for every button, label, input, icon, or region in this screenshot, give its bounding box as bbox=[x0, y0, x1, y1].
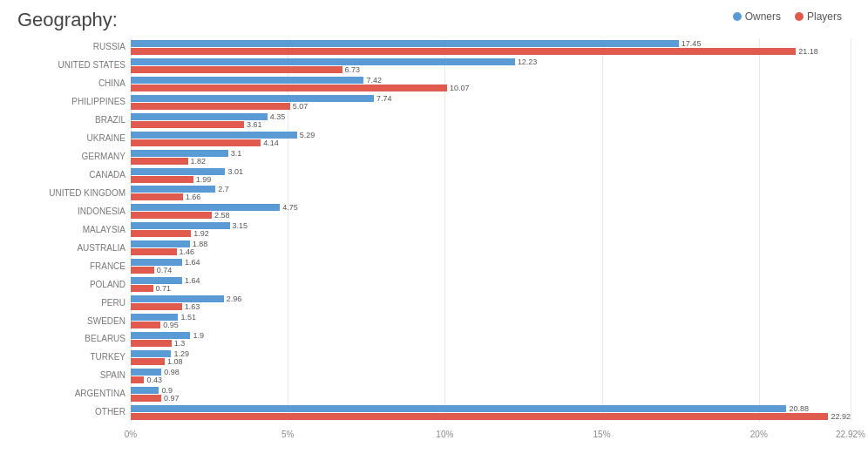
owners-value: 12.23 bbox=[518, 58, 538, 66]
owners-bar-line: 1.51 bbox=[131, 314, 851, 321]
players-value: 1.3 bbox=[174, 339, 186, 348]
players-bar-line: 4.14 bbox=[131, 139, 851, 146]
y-label: ARGENTINA bbox=[17, 389, 131, 398]
chart-area: RUSSIAUNITED STATESCHINAPHILIPPINESBRAZI… bbox=[17, 38, 851, 439]
players-value: 1.92 bbox=[193, 229, 209, 238]
bar-row: 3.151.92 bbox=[131, 222, 851, 237]
owners-bar-line: 17.45 bbox=[131, 40, 851, 47]
owners-bar-line: 1.88 bbox=[131, 240, 851, 247]
y-label: CHINA bbox=[17, 79, 131, 88]
owners-bar-line: 1.64 bbox=[131, 277, 851, 284]
players-value: 3.61 bbox=[247, 120, 262, 129]
players-value: 1.82 bbox=[191, 157, 207, 166]
x-tick: 0% bbox=[125, 430, 137, 439]
x-tick: 20% bbox=[750, 430, 768, 439]
y-label: AUSTRALIA bbox=[17, 244, 131, 253]
players-bar-line: 0.97 bbox=[131, 395, 851, 402]
owners-bar-line: 0.98 bbox=[131, 369, 851, 376]
bar-row: 7.745.07 bbox=[131, 95, 851, 110]
owners-bar bbox=[131, 77, 363, 84]
owners-bar-line: 1.64 bbox=[131, 259, 851, 266]
players-value: 0.97 bbox=[164, 394, 180, 403]
owners-bar-line: 1.29 bbox=[131, 350, 851, 357]
x-axis: 0%5%10%15%20%22.92% bbox=[131, 422, 851, 439]
bar-row: 1.640.71 bbox=[131, 277, 851, 292]
owners-bar bbox=[131, 113, 268, 120]
y-label: MALAYSIA bbox=[17, 226, 131, 234]
players-bar bbox=[131, 103, 290, 110]
owners-bar bbox=[131, 95, 374, 102]
chart-container: Geography: Owners Players RUSSIAUNITED S… bbox=[0, 0, 868, 474]
owners-bar-line: 7.74 bbox=[131, 95, 851, 102]
owners-value: 1.88 bbox=[193, 240, 208, 248]
players-value: 2.58 bbox=[214, 211, 230, 220]
bar-row: 5.294.14 bbox=[131, 132, 851, 146]
players-value: 0.95 bbox=[163, 321, 179, 329]
x-tick: 15% bbox=[593, 430, 611, 439]
bar-row: 7.4210.07 bbox=[131, 77, 851, 91]
players-value: 0.74 bbox=[157, 266, 173, 274]
owners-value: 1.64 bbox=[185, 276, 200, 285]
owners-value: 5.29 bbox=[300, 131, 315, 139]
bar-row: 4.752.58 bbox=[131, 204, 851, 219]
bar-row: 2.961.63 bbox=[131, 295, 851, 310]
owners-bar-line: 1.9 bbox=[131, 332, 851, 339]
owners-bar bbox=[131, 350, 171, 357]
owners-bar bbox=[131, 387, 159, 394]
players-bar bbox=[131, 285, 153, 292]
players-bar bbox=[131, 267, 154, 274]
owners-value: 7.74 bbox=[376, 94, 392, 103]
y-label: POLAND bbox=[17, 281, 131, 289]
owners-value: 1.64 bbox=[185, 258, 200, 267]
owners-bar-line: 7.42 bbox=[131, 77, 851, 84]
bar-row: 20.8822.92 bbox=[131, 405, 851, 420]
players-dot bbox=[795, 12, 804, 21]
players-bar-line: 1.82 bbox=[131, 158, 851, 165]
owners-bar bbox=[131, 222, 230, 229]
owners-bar bbox=[131, 240, 190, 247]
players-label: Players bbox=[807, 10, 842, 23]
owners-value: 20.88 bbox=[789, 404, 809, 413]
players-value: 21.18 bbox=[798, 47, 818, 56]
owners-bar bbox=[131, 168, 225, 175]
owners-bar bbox=[131, 132, 297, 139]
owners-bar-line: 0.9 bbox=[131, 387, 851, 394]
y-label: UNITED STATES bbox=[17, 61, 131, 70]
bar-row: 1.881.46 bbox=[131, 240, 851, 255]
y-label: PHILIPPINES bbox=[17, 98, 131, 106]
owners-value: 4.75 bbox=[282, 203, 298, 212]
y-label: SWEDEN bbox=[17, 317, 131, 326]
y-label: TURKEY bbox=[17, 353, 131, 362]
x-tick: 10% bbox=[436, 430, 453, 439]
bars-area: 17.4521.1812.236.737.4210.077.745.074.35… bbox=[131, 38, 851, 439]
players-bar-line: 1.99 bbox=[131, 176, 851, 183]
players-value: 1.99 bbox=[196, 175, 212, 184]
x-tick: 5% bbox=[281, 430, 294, 439]
players-value: 1.08 bbox=[167, 357, 183, 366]
bar-row: 0.90.97 bbox=[131, 387, 851, 402]
players-value: 6.73 bbox=[345, 65, 361, 74]
owners-bar-line: 2.7 bbox=[131, 186, 851, 193]
owners-value: 1.51 bbox=[180, 313, 196, 322]
owners-bar-line: 2.96 bbox=[131, 295, 851, 302]
players-bar-line: 1.46 bbox=[131, 248, 851, 255]
players-bar bbox=[131, 395, 161, 402]
y-labels: RUSSIAUNITED STATESCHINAPHILIPPINESBRAZI… bbox=[17, 38, 131, 439]
owners-bar bbox=[131, 295, 224, 302]
bar-row: 0.980.43 bbox=[131, 369, 851, 383]
players-bar-line: 0.43 bbox=[131, 376, 851, 383]
legend-owners: Owners bbox=[733, 10, 781, 23]
players-bar-line: 1.63 bbox=[131, 303, 851, 310]
owners-value: 3.1 bbox=[231, 149, 242, 158]
players-bar bbox=[131, 176, 193, 183]
players-value: 5.07 bbox=[293, 102, 309, 111]
owners-bar bbox=[131, 332, 190, 339]
players-bar-line: 1.92 bbox=[131, 230, 851, 237]
bar-row: 1.91.3 bbox=[131, 332, 851, 347]
bar-row: 1.510.95 bbox=[131, 314, 851, 328]
players-bar bbox=[131, 158, 188, 165]
players-bar-line: 21.18 bbox=[131, 48, 851, 55]
players-value: 22.92 bbox=[831, 412, 851, 421]
y-label: RUSSIA bbox=[17, 43, 131, 51]
owners-value: 17.45 bbox=[682, 39, 702, 48]
